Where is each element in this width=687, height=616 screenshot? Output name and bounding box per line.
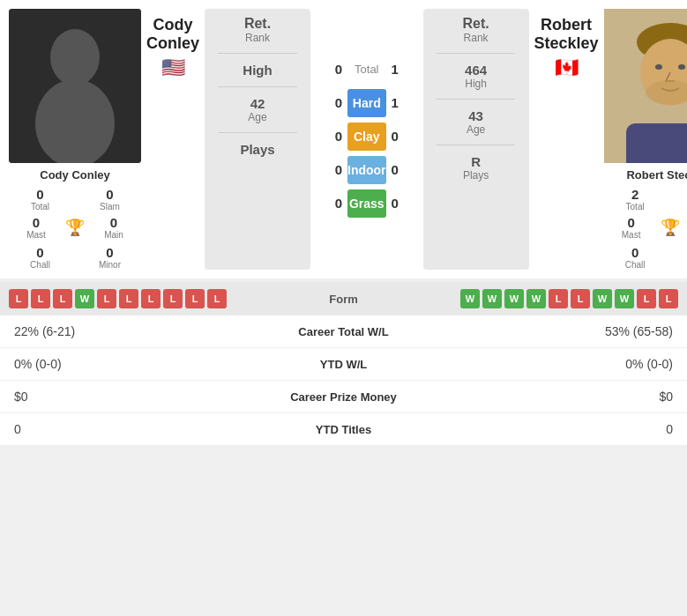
player1-mast-label: Mast	[26, 230, 46, 240]
player1-rank-sub: Rank	[244, 32, 271, 44]
player1-age-value: 42	[248, 96, 266, 111]
player2-plays-label: Plays	[463, 169, 489, 182]
center-court-panel: 0 Total 1 0 Hard 1 0 Clay 0 0 Indoor 0	[316, 9, 418, 270]
divider6	[437, 145, 516, 145]
grass-score-right: 0	[392, 196, 418, 211]
player2-bottom-stats: 0 Chall 2 Minor	[604, 245, 687, 270]
player2-mast-value: 0	[627, 215, 634, 230]
player2-chall-stat: 0 Chall	[604, 245, 667, 270]
player1-plays-box: Plays	[240, 142, 274, 157]
divider2	[218, 86, 297, 87]
player2-age-value: 43	[467, 108, 485, 123]
player1-stats: 0 Total 0 Slam	[9, 187, 141, 212]
form-right-badge-8: L	[637, 289, 656, 308]
stat-row-left-2: $0	[14, 390, 273, 404]
indoor-row: 0 Indoor 0	[316, 156, 418, 184]
clay-score-left: 0	[316, 129, 342, 144]
clay-row: 0 Clay 0	[316, 122, 418, 151]
player1-rank-label: Ret.	[244, 16, 271, 32]
form-left-badge-2: L	[53, 289, 72, 308]
form-left-badge-4: L	[97, 289, 116, 308]
player1-slam-value: 0	[106, 187, 113, 202]
player1-high-box: High	[243, 63, 272, 78]
player2-chall-label: Chall	[625, 260, 646, 270]
divider4	[437, 53, 516, 54]
player2-total-stat: 2 Total	[604, 187, 667, 212]
player2-mast-stat: 0 Mast	[604, 215, 659, 240]
hard-button[interactable]: Hard	[347, 89, 386, 117]
player1-total-value: 0	[36, 187, 43, 202]
player1-flag: 🇺🇸	[161, 56, 185, 79]
player2-main-stat: 0 Main	[682, 215, 687, 240]
player2-rank-label: Ret.	[462, 16, 489, 32]
form-right-badge-2: W	[504, 289, 524, 308]
player1-mast-value: 0	[33, 215, 40, 230]
player1-high-value: High	[243, 63, 272, 78]
player2-rank-box: Ret. Rank	[462, 16, 489, 44]
stat-row-right-2: $0	[414, 390, 674, 404]
player1-minor-stat: 0 Minor	[78, 245, 141, 270]
stat-row-center-3: YTD Titles	[273, 423, 414, 436]
player2-slam-stat: 0 Slam	[674, 187, 687, 212]
svg-rect-9	[626, 123, 687, 163]
player1-main-stat: 0 Main	[86, 215, 141, 240]
indoor-button[interactable]: Indoor	[347, 156, 386, 184]
player2-plays-box: R Plays	[463, 154, 489, 182]
form-right-badge-6: W	[593, 289, 612, 308]
player1-chall-label: Chall	[30, 260, 50, 270]
form-left-badge-8: L	[185, 289, 205, 308]
stat-row-2: $0Career Prize Money$0	[0, 381, 687, 413]
stat-row-0: 22% (6-21)Career Total W/L53% (65-58)	[0, 315, 687, 348]
player1-header: Cody Conley 🇺🇸	[146, 9, 199, 270]
player2-trophy-row: 0 Mast 🏆 0 Main	[604, 215, 687, 240]
stat-row-right-0: 53% (65-58)	[414, 324, 674, 338]
clay-button[interactable]: Clay	[347, 122, 386, 151]
svg-point-7	[678, 64, 685, 70]
total-label: Total	[347, 63, 386, 76]
player2-rank-sub: Rank	[462, 32, 489, 44]
player2-total-label: Total	[626, 202, 645, 212]
player1-slam-label: Slam	[100, 202, 120, 212]
player1-minor-value: 0	[106, 245, 113, 260]
player2-age-label: Age	[467, 123, 485, 136]
hard-row: 0 Hard 1	[316, 89, 418, 117]
player2-trophy-icon: 🏆	[661, 218, 680, 237]
player1-header-name: Cody Conley	[146, 16, 199, 53]
svg-point-1	[50, 29, 100, 85]
stat-row-1: 0% (0-0)YTD W/L0% (0-0)	[0, 348, 687, 381]
player2-age-box: 43 Age	[467, 108, 485, 136]
form-left-badge-7: L	[163, 289, 183, 308]
form-left-badge-5: L	[119, 289, 138, 308]
hard-score-left: 0	[316, 95, 342, 110]
form-right: WWWWLLWWLL	[388, 289, 679, 308]
stat-row-left-3: 0	[14, 422, 273, 436]
form-right-badge-0: W	[460, 289, 480, 308]
indoor-score-left: 0	[316, 162, 342, 177]
player1-chall-value: 0	[36, 245, 43, 260]
player1-silhouette	[9, 9, 141, 163]
form-left-badge-9: L	[207, 289, 227, 308]
form-left-badge-3: W	[75, 289, 94, 308]
player2-column: Robert Steckley 2 Total 0 Slam 0 Mast 🏆	[604, 9, 687, 270]
form-left-badge-1: L	[31, 289, 50, 308]
player2-chall-value: 0	[631, 245, 638, 260]
total-row: 0 Total 1	[316, 62, 418, 77]
form-right-badge-9: L	[659, 289, 678, 308]
player1-total-stat: 0 Total	[9, 187, 71, 212]
main-container: Cody Conley 0 Total 0 Slam 0 Mast 🏆 0	[0, 0, 687, 446]
player1-plays-value: Plays	[240, 142, 274, 157]
player2-photo	[604, 9, 687, 163]
grass-button[interactable]: Grass	[347, 189, 386, 218]
stat-row-center-0: Career Total W/L	[273, 325, 414, 338]
indoor-score-right: 0	[392, 162, 418, 177]
top-section: Cody Conley 0 Total 0 Slam 0 Mast 🏆 0	[0, 0, 687, 278]
player1-age-box: 42 Age	[248, 96, 266, 123]
form-right-badge-3: W	[526, 289, 546, 308]
player2-name: Robert Steckley	[626, 168, 687, 182]
player1-trophy-icon: 🏆	[65, 218, 85, 237]
player1-name: Cody Conley	[40, 168, 109, 182]
player1-slam-stat: 0 Slam	[78, 187, 141, 212]
clay-score-right: 0	[392, 129, 418, 144]
player1-bottom-stats: 0 Chall 0 Minor	[9, 245, 141, 270]
player1-photo	[9, 9, 141, 163]
